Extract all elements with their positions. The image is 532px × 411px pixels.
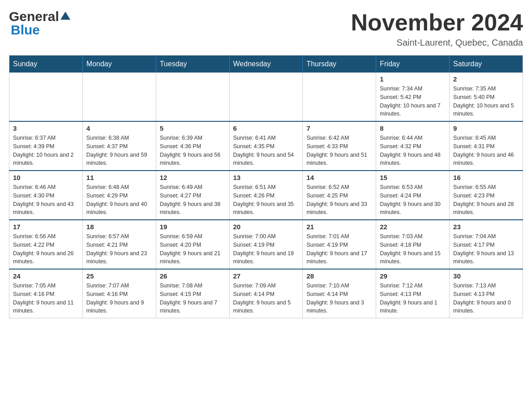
day-header-wednesday: Wednesday: [229, 56, 303, 73]
day-info: Sunrise: 7:10 AMSunset: 4:14 PMDaylight:…: [306, 282, 372, 315]
day-info: Sunrise: 6:48 AMSunset: 4:29 PMDaylight:…: [86, 183, 152, 217]
day-number: 27: [233, 272, 299, 280]
day-number: 11: [86, 174, 152, 181]
day-info: Sunrise: 6:49 AMSunset: 4:27 PMDaylight:…: [160, 183, 226, 217]
day-info: Sunrise: 6:53 AMSunset: 4:24 PMDaylight:…: [380, 183, 446, 217]
day-info: Sunrise: 6:57 AMSunset: 4:21 PMDaylight:…: [86, 232, 152, 266]
day-number: 20: [233, 223, 299, 231]
location-subtitle: Saint-Laurent, Quebec, Canada: [351, 38, 523, 48]
day-number: 25: [86, 272, 152, 280]
day-info: Sunrise: 7:13 AMSunset: 4:13 PMDaylight:…: [453, 282, 519, 315]
calendar-cell: 13Sunrise: 6:51 AMSunset: 4:26 PMDayligh…: [229, 171, 303, 220]
calendar-cell: 25Sunrise: 7:07 AMSunset: 4:16 PMDayligh…: [82, 269, 156, 318]
day-info: Sunrise: 6:37 AMSunset: 4:39 PMDaylight:…: [13, 134, 79, 167]
day-info: Sunrise: 6:45 AMSunset: 4:31 PMDaylight:…: [453, 134, 519, 167]
day-number: 5: [160, 124, 226, 132]
calendar-cell: 16Sunrise: 6:55 AMSunset: 4:23 PMDayligh…: [450, 171, 523, 220]
day-info: Sunrise: 7:08 AMSunset: 4:15 PMDaylight:…: [160, 282, 226, 315]
calendar-cell: 20Sunrise: 7:00 AMSunset: 4:19 PMDayligh…: [229, 220, 303, 269]
day-info: Sunrise: 6:55 AMSunset: 4:23 PMDaylight:…: [453, 183, 519, 217]
day-info: Sunrise: 6:44 AMSunset: 4:32 PMDaylight:…: [380, 134, 446, 167]
day-info: Sunrise: 6:42 AMSunset: 4:33 PMDaylight:…: [306, 134, 372, 167]
day-header-friday: Friday: [376, 56, 450, 73]
day-number: 3: [13, 124, 79, 132]
calendar-cell: 27Sunrise: 7:09 AMSunset: 4:14 PMDayligh…: [229, 269, 303, 318]
day-info: Sunrise: 7:12 AMSunset: 4:13 PMDaylight:…: [380, 282, 446, 315]
calendar-cell: 30Sunrise: 7:13 AMSunset: 4:13 PMDayligh…: [450, 269, 523, 318]
day-info: Sunrise: 6:52 AMSunset: 4:25 PMDaylight:…: [306, 183, 372, 217]
logo-triangle-icon: [60, 11, 70, 22]
day-number: 30: [453, 272, 519, 280]
calendar-table: SundayMondayTuesdayWednesdayThursdayFrid…: [9, 55, 523, 318]
day-number: 28: [306, 272, 372, 280]
day-number: 15: [380, 174, 446, 181]
day-number: 17: [13, 223, 79, 231]
day-header-monday: Monday: [82, 56, 156, 73]
day-info: Sunrise: 7:04 AMSunset: 4:17 PMDaylight:…: [453, 232, 519, 266]
calendar-week-3: 10Sunrise: 6:46 AMSunset: 4:30 PMDayligh…: [9, 171, 523, 220]
calendar-cell: 24Sunrise: 7:05 AMSunset: 4:16 PMDayligh…: [9, 269, 83, 318]
day-number: 7: [306, 124, 372, 132]
calendar-cell: 7Sunrise: 6:42 AMSunset: 4:33 PMDaylight…: [303, 121, 376, 171]
day-header-thursday: Thursday: [303, 56, 376, 73]
day-info: Sunrise: 7:34 AMSunset: 5:42 PMDaylight:…: [380, 85, 446, 118]
day-info: Sunrise: 6:56 AMSunset: 4:22 PMDaylight:…: [13, 232, 79, 266]
calendar-cell: 10Sunrise: 6:46 AMSunset: 4:30 PMDayligh…: [9, 171, 83, 220]
calendar-week-5: 24Sunrise: 7:05 AMSunset: 4:16 PMDayligh…: [9, 269, 523, 318]
calendar-week-4: 17Sunrise: 6:56 AMSunset: 4:22 PMDayligh…: [9, 220, 523, 269]
day-number: 6: [233, 124, 299, 132]
calendar-cell: 3Sunrise: 6:37 AMSunset: 4:39 PMDaylight…: [9, 121, 83, 171]
day-number: 13: [233, 174, 299, 181]
calendar-cell: 29Sunrise: 7:12 AMSunset: 4:13 PMDayligh…: [376, 269, 450, 318]
day-number: 12: [160, 174, 226, 181]
day-info: Sunrise: 6:51 AMSunset: 4:26 PMDaylight:…: [233, 183, 299, 217]
calendar-cell: 17Sunrise: 6:56 AMSunset: 4:22 PMDayligh…: [9, 220, 83, 269]
calendar-cell: [156, 73, 229, 121]
logo: General Blue: [9, 9, 70, 38]
day-info: Sunrise: 7:01 AMSunset: 4:19 PMDaylight:…: [306, 232, 372, 266]
month-title: November 2024: [351, 9, 523, 36]
day-header-tuesday: Tuesday: [156, 56, 229, 73]
day-number: 14: [306, 174, 372, 181]
calendar-cell: 8Sunrise: 6:44 AMSunset: 4:32 PMDaylight…: [376, 121, 450, 171]
day-number: 23: [453, 223, 519, 231]
day-number: 22: [380, 223, 446, 231]
calendar-cell: 2Sunrise: 7:35 AMSunset: 5:40 PMDaylight…: [450, 73, 523, 121]
day-number: 24: [13, 272, 79, 280]
calendar-cell: 28Sunrise: 7:10 AMSunset: 4:14 PMDayligh…: [303, 269, 376, 318]
calendar-header-row: SundayMondayTuesdayWednesdayThursdayFrid…: [9, 56, 523, 73]
calendar-cell: 4Sunrise: 6:38 AMSunset: 4:37 PMDaylight…: [82, 121, 156, 171]
logo-general-text: General: [9, 9, 59, 24]
day-header-sunday: Sunday: [9, 56, 83, 73]
calendar-cell: 18Sunrise: 6:57 AMSunset: 4:21 PMDayligh…: [82, 220, 156, 269]
calendar-cell: 11Sunrise: 6:48 AMSunset: 4:29 PMDayligh…: [82, 171, 156, 220]
calendar-week-2: 3Sunrise: 6:37 AMSunset: 4:39 PMDaylight…: [9, 121, 523, 171]
day-info: Sunrise: 7:03 AMSunset: 4:18 PMDaylight:…: [380, 232, 446, 266]
day-header-saturday: Saturday: [450, 56, 523, 73]
day-info: Sunrise: 6:59 AMSunset: 4:20 PMDaylight:…: [160, 232, 226, 266]
day-number: 21: [306, 223, 372, 231]
calendar-cell: [229, 73, 303, 121]
day-number: 10: [13, 174, 79, 181]
day-number: 29: [380, 272, 446, 280]
logo-blue-text: Blue: [11, 22, 40, 38]
calendar-cell: 15Sunrise: 6:53 AMSunset: 4:24 PMDayligh…: [376, 171, 450, 220]
day-info: Sunrise: 6:38 AMSunset: 4:37 PMDaylight:…: [86, 134, 152, 167]
calendar-cell: 21Sunrise: 7:01 AMSunset: 4:19 PMDayligh…: [303, 220, 376, 269]
calendar-cell: 23Sunrise: 7:04 AMSunset: 4:17 PMDayligh…: [450, 220, 523, 269]
day-number: 4: [86, 124, 152, 132]
calendar-cell: 1Sunrise: 7:34 AMSunset: 5:42 PMDaylight…: [376, 73, 450, 121]
calendar-cell: 19Sunrise: 6:59 AMSunset: 4:20 PMDayligh…: [156, 220, 229, 269]
day-info: Sunrise: 6:41 AMSunset: 4:35 PMDaylight:…: [233, 134, 299, 167]
day-info: Sunrise: 7:09 AMSunset: 4:14 PMDaylight:…: [233, 282, 299, 315]
day-number: 9: [453, 124, 519, 132]
day-info: Sunrise: 7:00 AMSunset: 4:19 PMDaylight:…: [233, 232, 299, 266]
day-number: 8: [380, 124, 446, 132]
calendar-cell: 9Sunrise: 6:45 AMSunset: 4:31 PMDaylight…: [450, 121, 523, 171]
calendar-week-1: 1Sunrise: 7:34 AMSunset: 5:42 PMDaylight…: [9, 73, 523, 121]
day-number: 2: [453, 75, 519, 83]
calendar-cell: 26Sunrise: 7:08 AMSunset: 4:15 PMDayligh…: [156, 269, 229, 318]
calendar-cell: 6Sunrise: 6:41 AMSunset: 4:35 PMDaylight…: [229, 121, 303, 171]
day-info: Sunrise: 6:46 AMSunset: 4:30 PMDaylight:…: [13, 183, 79, 217]
day-info: Sunrise: 7:35 AMSunset: 5:40 PMDaylight:…: [453, 85, 519, 118]
